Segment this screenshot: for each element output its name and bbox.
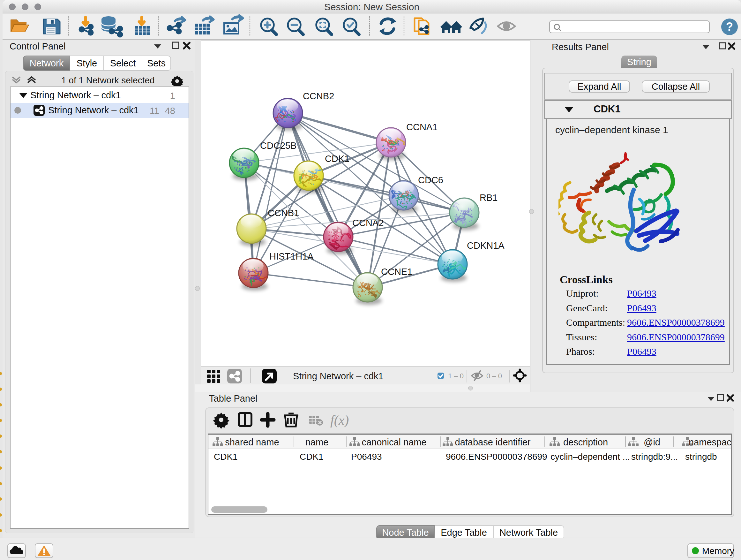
svg-text:CDKN1A: CDKN1A bbox=[467, 240, 504, 251]
svg-text:RB1: RB1 bbox=[480, 192, 497, 203]
svg-text:0 – 0: 0 – 0 bbox=[486, 372, 502, 380]
svg-text:CCNB2: CCNB2 bbox=[303, 91, 334, 101]
svg-text:name: name bbox=[306, 437, 329, 447]
svg-text:database identifier: database identifier bbox=[455, 437, 531, 447]
svg-text:f(x): f(x) bbox=[330, 413, 349, 428]
svg-text:1 – 0: 1 – 0 bbox=[448, 372, 464, 380]
svg-text:CDC25B: CDC25B bbox=[260, 140, 296, 151]
svg-text:CCNA1: CCNA1 bbox=[406, 122, 437, 132]
svg-text:canonical name: canonical name bbox=[361, 437, 426, 447]
svg-text:CDC6: CDC6 bbox=[418, 175, 443, 185]
svg-text:HIST1H1A: HIST1H1A bbox=[269, 251, 314, 261]
svg-text:String Network – cdk1: String Network – cdk1 bbox=[293, 371, 384, 381]
svg-text:@id: @id bbox=[644, 437, 660, 447]
svg-text:CDK1: CDK1 bbox=[325, 153, 349, 164]
svg-text:namespace: namespace bbox=[689, 437, 731, 447]
svg-text:CCNE1: CCNE1 bbox=[381, 266, 412, 277]
svg-text:shared name: shared name bbox=[225, 437, 279, 447]
svg-text:description: description bbox=[563, 437, 608, 447]
svg-text:CCNA2: CCNA2 bbox=[352, 218, 384, 228]
svg-text:CCNB1: CCNB1 bbox=[268, 208, 299, 218]
